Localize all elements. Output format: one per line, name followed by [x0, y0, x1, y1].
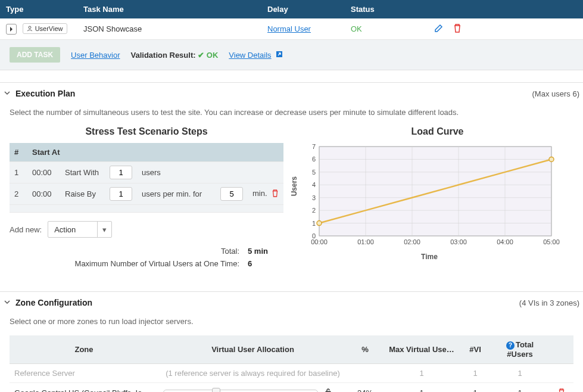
view-details-link[interactable]: View Details	[229, 51, 271, 60]
col-status: Status	[345, 0, 428, 18]
add-new-label: Add new:	[10, 225, 42, 234]
task-row: UserView JSON Showcase Normal User OK	[0, 18, 583, 40]
max-users-value: 6	[248, 259, 283, 268]
svg-text:7: 7	[312, 143, 316, 150]
userview-badge[interactable]: UserView	[23, 23, 67, 34]
zone-table: Zone Virtual User Allocation % Max Virtu…	[10, 335, 573, 392]
validation-result: Validation Result: ✔ OK	[130, 51, 218, 60]
zone-desc: Select one or more zones to run load inj…	[10, 317, 573, 326]
max-users-label: Maximum Number of Virtual Users at One T…	[10, 259, 248, 268]
allocation-slider[interactable]	[163, 390, 318, 392]
svg-text:05:00: 05:00	[543, 238, 560, 245]
external-link-icon	[276, 51, 283, 60]
svg-text:5: 5	[312, 169, 316, 176]
trash-icon[interactable]	[558, 389, 565, 393]
chevron-down-icon	[4, 298, 11, 307]
execution-plan-header[interactable]: Execution Plan (Max users 6)	[0, 83, 583, 104]
total-value: 5 min	[248, 247, 283, 256]
action-select[interactable]: Action ▾	[48, 221, 112, 238]
col-delay: Delay	[261, 0, 345, 18]
col-type: Type	[0, 0, 77, 18]
user-behavior-link[interactable]: User Behavior	[71, 51, 120, 60]
svg-text:01:00: 01:00	[357, 238, 374, 245]
check-icon: ✔	[198, 51, 207, 60]
execution-plan-section: Execution Plan (Max users 6) Select the …	[0, 82, 583, 279]
y-axis-label: Users	[290, 176, 298, 196]
svg-text:02:00: 02:00	[404, 238, 420, 245]
zone-config-section: Zone Configuration (4 VIs in 3 zones) Se…	[0, 291, 583, 392]
trash-icon[interactable]	[272, 189, 279, 199]
x-axis-label: Time	[301, 253, 557, 261]
step-row: 1 00:00 Start With users	[10, 162, 283, 183]
svg-point-31	[317, 221, 322, 226]
svg-point-0	[29, 26, 31, 29]
exec-plan-desc: Select the number of simultaneous users …	[10, 108, 573, 117]
svg-text:04:00: 04:00	[497, 238, 513, 245]
help-icon[interactable]: ?	[506, 341, 515, 350]
duration-input[interactable]	[220, 187, 243, 201]
step-row: 2 00:00 Raise By users per min. for min.	[10, 183, 283, 205]
col-name: Task Name	[77, 0, 261, 18]
raise-by-input[interactable]	[110, 187, 132, 201]
svg-text:2: 2	[312, 207, 316, 214]
steps-title: Stress Test Scenario Steps	[10, 126, 283, 137]
toolbar: ADD TASK User Behavior Validation Result…	[0, 40, 583, 70]
svg-text:00:00: 00:00	[311, 238, 328, 245]
svg-text:4: 4	[312, 181, 316, 188]
svg-point-32	[549, 157, 554, 161]
slider-thumb[interactable]	[212, 388, 220, 392]
status-ok: OK	[351, 24, 362, 33]
trash-icon[interactable]	[453, 26, 462, 35]
chevron-right-icon	[9, 27, 14, 32]
task-name-cell: JSON Showcase	[77, 18, 261, 40]
total-label: Total:	[10, 247, 248, 256]
svg-text:3: 3	[312, 194, 316, 201]
chart-title: Load Curve	[301, 126, 573, 137]
task-table: Type Task Name Delay Status UserView JSO…	[0, 0, 583, 40]
steps-table: # Start At 1 00:00 Start With users	[10, 143, 283, 213]
unlock-icon[interactable]	[324, 388, 332, 393]
svg-text:03:00: 03:00	[450, 238, 467, 245]
load-curve-chart: Users 0123456700:0001:0002:0003:0004:000…	[301, 143, 557, 261]
expand-button[interactable]	[6, 24, 17, 35]
zone-config-header[interactable]: Zone Configuration (4 VIs in 3 zones)	[0, 292, 583, 313]
zone-row: Google Central US (Council Bluffs, Io… 3…	[10, 382, 573, 392]
caret-down-icon: ▾	[97, 222, 111, 237]
delay-link[interactable]: Normal User	[267, 24, 311, 33]
svg-text:1: 1	[312, 220, 316, 227]
reference-server-row: Reference Server (1 reference server is …	[10, 363, 573, 382]
chevron-down-icon	[4, 89, 11, 98]
svg-text:6: 6	[312, 155, 316, 163]
add-task-button[interactable]: ADD TASK	[10, 47, 60, 63]
edit-icon[interactable]	[434, 26, 446, 35]
start-with-input[interactable]	[110, 166, 132, 179]
user-icon	[27, 26, 33, 32]
